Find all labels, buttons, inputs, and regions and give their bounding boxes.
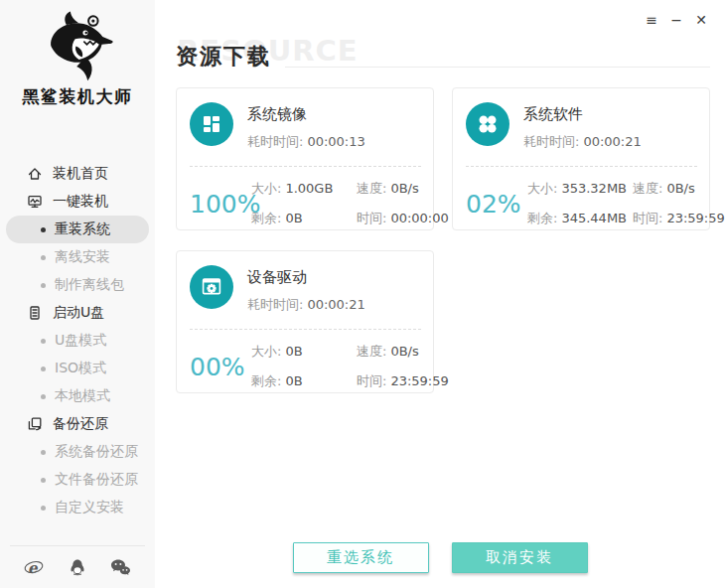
divider [466, 166, 697, 167]
card-title: 设备驱动 [247, 268, 365, 287]
backup-icon [27, 416, 43, 432]
time-stat: 时间:23:59:59 [633, 210, 725, 227]
bullet-icon [41, 283, 46, 288]
sidebar-item-label: 装机首页 [53, 165, 108, 183]
sidebar-item-label: 一键装机 [53, 193, 108, 211]
sidebar-item-make-offline-pack[interactable]: 制作离线包 [0, 271, 155, 299]
sidebar-item-label: U盘模式 [55, 332, 106, 350]
system-image-icon [190, 102, 233, 146]
wechat-icon[interactable] [110, 558, 131, 576]
elapsed-time: 耗时时间:00:00:21 [523, 133, 642, 151]
close-icon[interactable]: ✕ [692, 11, 710, 29]
sidebar-item-backup-restore[interactable]: 备份还原 [0, 410, 155, 438]
app-logo: 黑鲨装机大师 [0, 0, 155, 108]
sidebar-item-usb-mode[interactable]: U盘模式 [0, 327, 155, 355]
sidebar-item-system-backup-restore[interactable]: 系统备份还原 [0, 438, 155, 466]
elapsed-time: 耗时时间:00:00:13 [247, 133, 365, 151]
minimize-icon[interactable]: − [667, 11, 685, 29]
sidebar-item-label: 重装系统 [55, 220, 110, 238]
sidebar-item-label: 系统备份还原 [55, 443, 138, 461]
sidebar-item-label: 离线安装 [55, 248, 110, 266]
reselect-system-button[interactable]: 重选系统 [293, 542, 429, 573]
divider [190, 329, 421, 330]
page-header: RESOURCE 资源下载 [176, 42, 710, 74]
bullet-icon [41, 478, 46, 483]
remain-stat: 剩余:345.44MB [527, 210, 627, 227]
sidebar-item-boot-usb[interactable]: 启动U盘 [0, 299, 155, 327]
time-stat: 时间:00:00:00 [357, 210, 449, 227]
sidebar-item-label: 启动U盘 [53, 304, 104, 322]
divider [190, 166, 421, 167]
action-buttons: 重选系统 取消安装 [155, 542, 725, 573]
sidebar-item-label: 文件备份还原 [55, 471, 138, 489]
home-icon [27, 166, 43, 182]
size-stat: 大小:0B [251, 343, 351, 361]
bullet-icon [41, 255, 46, 260]
card-title: 系统镜像 [247, 105, 365, 124]
bullet-icon [41, 367, 46, 371]
sidebar-item-reinstall-system[interactable]: 重装系统 [6, 216, 149, 243]
card-title: 系统软件 [523, 105, 642, 124]
sidebar-item-label: 本地模式 [55, 387, 110, 405]
software-icon [466, 102, 509, 146]
speed-stat: 速度:0B/s [357, 180, 449, 198]
sidebar-item-one-key-install[interactable]: 一键装机 [0, 188, 155, 216]
progress-percent: 00% [190, 353, 251, 381]
size-stat: 大小:1.00GB [251, 180, 351, 198]
window-controls: ≡ − ✕ [643, 11, 710, 29]
shark-logo-icon [0, 10, 155, 85]
card-system-software: 系统软件 耗时时间:00:00:21 02% 大小:353.32MB 速度:0B… [452, 87, 710, 230]
size-stat: 大小:353.32MB [527, 180, 627, 198]
sidebar-item-home[interactable]: 装机首页 [0, 160, 155, 188]
bullet-icon [41, 394, 46, 399]
usb-icon [27, 305, 43, 321]
monitor-icon [27, 194, 43, 210]
card-system-image: 系统镜像 耗时时间:00:00:13 100% 大小:1.00GB 速度:0B/… [176, 87, 434, 230]
page-title: 资源下载 [176, 42, 271, 72]
sidebar-item-iso-mode[interactable]: ISO模式 [0, 355, 155, 382]
sidebar-item-label: 自定义安装 [55, 499, 124, 516]
sidebar: 黑鲨装机大师 装机首页 一键装机 重装系统 [0, 0, 155, 588]
download-cards: 系统镜像 耗时时间:00:00:13 100% 大小:1.00GB 速度:0B/… [176, 87, 710, 393]
speed-stat: 速度:0B/s [357, 343, 449, 361]
qq-icon[interactable] [69, 558, 86, 576]
elapsed-time: 耗时时间:00:00:21 [247, 296, 365, 314]
sidebar-item-custom-install[interactable]: 自定义安装 [0, 494, 155, 521]
sidebar-item-file-backup-restore[interactable]: 文件备份还原 [0, 466, 155, 494]
sidebar-item-local-mode[interactable]: 本地模式 [0, 382, 155, 410]
sidebar-item-label: 备份还原 [53, 415, 108, 433]
speed-stat: 速度:0B/s [633, 180, 725, 198]
sidebar-item-label: 制作离线包 [55, 276, 124, 294]
remain-stat: 剩余:0B [251, 372, 351, 390]
bullet-icon [41, 227, 46, 232]
driver-icon [190, 265, 233, 309]
sidebar-item-label: ISO模式 [55, 360, 106, 377]
remain-stat: 剩余:0B [251, 210, 351, 227]
sidebar-item-offline-install[interactable]: 离线安装 [0, 243, 155, 271]
sidebar-nav: 装机首页 一键装机 重装系统 离线安装 制作离线包 [0, 160, 155, 521]
time-stat: 时间:23:59:59 [357, 372, 449, 390]
app-name: 黑鲨装机大师 [0, 85, 155, 108]
sidebar-footer: e [0, 545, 155, 588]
bullet-icon [41, 506, 46, 511]
title-rule [285, 67, 710, 68]
menu-icon[interactable]: ≡ [643, 11, 660, 29]
bullet-icon [41, 339, 46, 344]
ie-icon[interactable]: e [24, 558, 44, 576]
bullet-icon [41, 450, 46, 455]
card-device-driver: 设备驱动 耗时时间:00:00:21 00% 大小:0B 速度:0B/s 剩余:… [176, 250, 434, 393]
progress-percent: 100% [190, 190, 251, 219]
main-content: ≡ − ✕ RESOURCE 资源下载 系统 [155, 0, 725, 588]
progress-percent: 02% [466, 190, 527, 219]
cancel-install-button[interactable]: 取消安装 [452, 542, 588, 573]
